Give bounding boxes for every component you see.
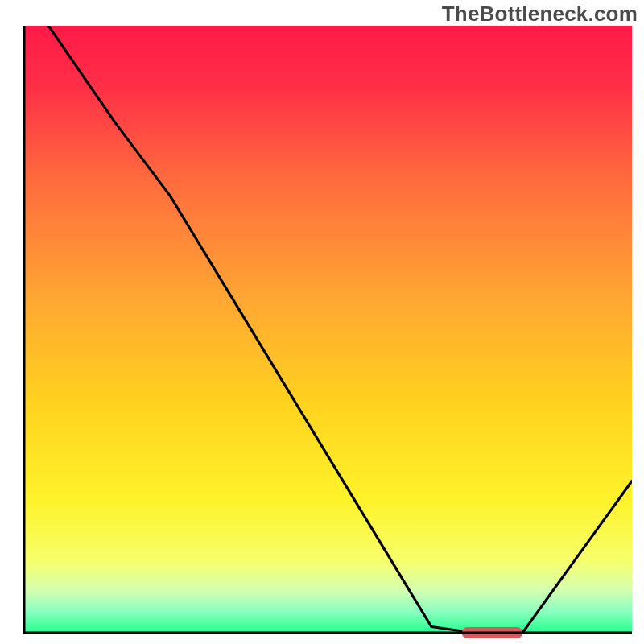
plot-background — [24, 26, 632, 633]
chart-container: TheBottleneck.com — [0, 0, 644, 644]
bottleneck-chart — [0, 0, 644, 644]
watermark-text: TheBottleneck.com — [442, 2, 638, 27]
